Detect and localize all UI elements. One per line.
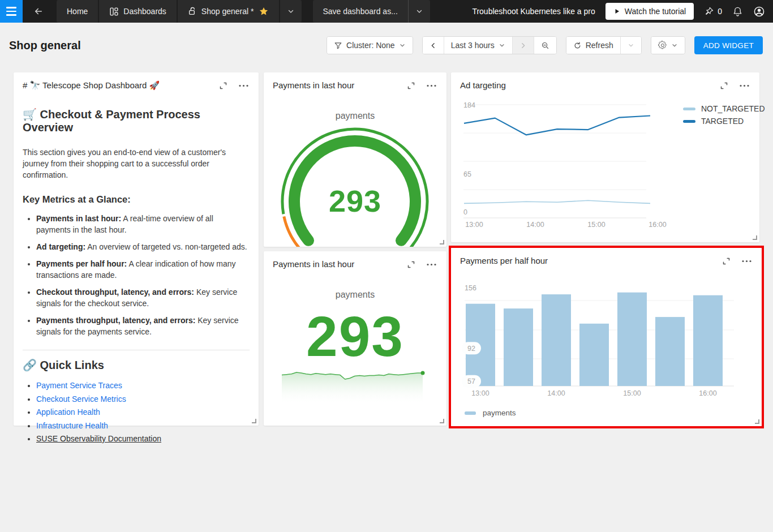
save-dashboard-as-button[interactable]: Save dashboard as... bbox=[313, 0, 409, 23]
list-item: Payments in last hour: A real-time overv… bbox=[36, 213, 250, 235]
time-forward-button[interactable] bbox=[513, 37, 534, 54]
time-range-label: Last 3 hours bbox=[451, 41, 495, 50]
metrics-list: Payments in last hour: A real-time overv… bbox=[36, 213, 250, 337]
legend-label: TARGETED bbox=[701, 117, 744, 126]
svg-text:15:00: 15:00 bbox=[587, 221, 605, 229]
widget-payments-gauge: Payments in last hour payments 293 bbox=[264, 72, 446, 247]
save-dashboard-group: Save dashboard as... bbox=[313, 0, 430, 23]
gauge-value: 293 bbox=[264, 183, 446, 218]
list-item: Application Health bbox=[36, 407, 250, 417]
save-dashboard-dropdown-button[interactable] bbox=[409, 0, 430, 23]
dashboard-settings-button[interactable] bbox=[651, 37, 685, 54]
widget-resize-handle[interactable] bbox=[440, 240, 444, 244]
svg-text:14:00: 14:00 bbox=[547, 389, 565, 397]
refresh-interval-dropdown[interactable] bbox=[621, 37, 641, 54]
time-range-button[interactable]: Last 3 hours bbox=[444, 37, 513, 54]
chart-legend[interactable]: payments bbox=[465, 409, 516, 417]
legend-label: payments bbox=[483, 409, 516, 417]
save-dashboard-as-label: Save dashboard as... bbox=[323, 7, 398, 16]
refresh-group: Refresh bbox=[566, 36, 642, 54]
svg-text:0: 0 bbox=[463, 208, 467, 216]
nav-tab-group: Home Dashboards Shop general * bbox=[57, 0, 302, 23]
widget-menu-button[interactable] bbox=[238, 83, 250, 88]
chevron-left-icon bbox=[430, 42, 437, 49]
widget-resize-handle[interactable] bbox=[753, 235, 757, 240]
back-arrow-icon bbox=[33, 6, 44, 16]
zoom-out-icon bbox=[541, 41, 549, 50]
link-infrastructure-health[interactable]: Infrastructure Health bbox=[36, 421, 108, 430]
markdown-heading: 🛒 Checkout & Payment Process Overview bbox=[23, 108, 250, 134]
payments-sparkline-chart[interactable] bbox=[264, 251, 446, 426]
refresh-icon bbox=[573, 41, 582, 50]
link-checkout-service-metrics[interactable]: Checkout Service Metrics bbox=[36, 394, 126, 404]
payments-gauge-chart[interactable] bbox=[264, 72, 446, 247]
legend-swatch bbox=[683, 120, 695, 123]
widget-title: # 🔭 Telescope Shop Dashboard 🚀 bbox=[23, 80, 160, 91]
list-item: Checkout throughput, latency, and errors… bbox=[36, 286, 250, 309]
list-item: Payment Service Traces bbox=[36, 381, 250, 390]
payments-bar-chart[interactable]: 156925713:0014:0015:0016:00 bbox=[451, 248, 762, 426]
cluster-filter-group: Cluster: None bbox=[327, 36, 413, 54]
favorite-star-icon[interactable] bbox=[259, 6, 269, 16]
add-widget-button[interactable]: ADD WIDGET bbox=[694, 36, 763, 54]
refresh-button[interactable]: Refresh bbox=[566, 37, 621, 54]
link-application-health[interactable]: Application Health bbox=[36, 407, 100, 417]
settings-group bbox=[651, 36, 685, 54]
quick-links-list: Payment Service Traces Checkout Service … bbox=[36, 381, 250, 443]
pin-count: 0 bbox=[718, 7, 722, 16]
widget-payments-number: Payments in last hour payments 293 bbox=[264, 251, 446, 426]
chevron-down-icon bbox=[287, 7, 295, 15]
ad-targeting-line-chart[interactable]: 06518413:0014:0015:0016:00 bbox=[451, 72, 759, 242]
widget-resize-handle[interactable] bbox=[252, 419, 256, 423]
zoom-out-time-button[interactable] bbox=[534, 37, 556, 54]
legend-swatch bbox=[465, 411, 476, 415]
expand-widget-button[interactable] bbox=[218, 80, 229, 91]
play-icon bbox=[613, 8, 620, 15]
tab-shop-general[interactable]: Shop general * bbox=[178, 0, 280, 23]
expand-icon bbox=[219, 81, 227, 90]
chevron-down-icon bbox=[399, 42, 406, 49]
legend-item-not-targeted[interactable]: NOT_TARGETED bbox=[683, 104, 765, 113]
markdown-intro: This section gives you an end-to-end vie… bbox=[23, 147, 250, 181]
top-navigation-bar: Home Dashboards Shop general * bbox=[0, 0, 773, 23]
link-suse-observability-docs[interactable]: SUSE Observability Documentation bbox=[36, 434, 161, 443]
gear-icon bbox=[658, 41, 667, 50]
user-menu-button[interactable] bbox=[753, 6, 765, 18]
svg-text:57: 57 bbox=[467, 377, 475, 385]
tab-dropdown-button[interactable] bbox=[280, 0, 302, 23]
time-back-button[interactable] bbox=[423, 37, 444, 54]
list-item: Checkout Service Metrics bbox=[36, 394, 250, 404]
svg-text:16:00: 16:00 bbox=[699, 389, 716, 397]
filter-funnel-icon bbox=[334, 41, 342, 50]
pinned-items-button[interactable]: 0 bbox=[704, 6, 722, 16]
notifications-button[interactable] bbox=[732, 6, 743, 17]
svg-text:13:00: 13:00 bbox=[471, 389, 489, 397]
svg-text:184: 184 bbox=[463, 101, 475, 109]
watch-tutorial-button[interactable]: Watch the tutorial bbox=[605, 3, 694, 20]
refresh-label: Refresh bbox=[586, 41, 613, 50]
tab-dashboards[interactable]: Dashboards bbox=[99, 0, 178, 23]
tab-home[interactable]: Home bbox=[57, 0, 99, 23]
chevron-down-icon bbox=[671, 42, 678, 49]
dashboards-icon bbox=[109, 7, 119, 16]
toolbar-controls: Cluster: None Last 3 hours bbox=[327, 36, 763, 54]
chevron-down-icon bbox=[628, 42, 634, 49]
tab-shop-general-label: Shop general * bbox=[201, 7, 254, 16]
hamburger-menu-button[interactable] bbox=[0, 0, 23, 23]
list-item: Infrastructure Health bbox=[36, 421, 250, 430]
divider bbox=[23, 350, 250, 350]
cluster-filter-button[interactable]: Cluster: None bbox=[327, 37, 413, 54]
link-payment-service-traces[interactable]: Payment Service Traces bbox=[36, 381, 122, 390]
widget-resize-handle[interactable] bbox=[440, 419, 444, 423]
dashboard-toolbar: Shop general Cluster: None bbox=[9, 34, 763, 57]
svg-text:15:00: 15:00 bbox=[623, 389, 641, 397]
list-item: Ad targeting: An overview of targeted vs… bbox=[36, 241, 250, 252]
legend-item-targeted[interactable]: TARGETED bbox=[683, 117, 765, 126]
chevron-right-icon bbox=[519, 42, 527, 49]
legend-swatch bbox=[683, 108, 695, 110]
promo-text: Troubleshoot Kubernetes like a pro bbox=[472, 7, 595, 16]
widget-resize-handle[interactable] bbox=[755, 419, 759, 424]
more-dots-icon bbox=[239, 84, 248, 87]
back-button[interactable] bbox=[27, 0, 50, 23]
svg-text:65: 65 bbox=[463, 170, 471, 178]
